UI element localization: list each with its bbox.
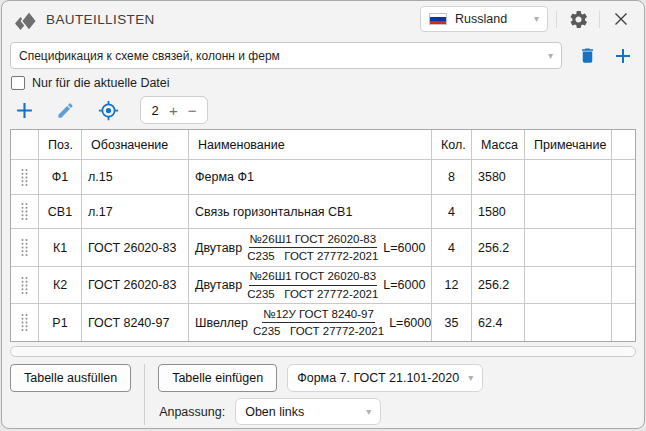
cell-designation[interactable]: л.17 (82, 195, 189, 229)
cell-qty[interactable]: 4 (432, 229, 472, 267)
cell-extra[interactable] (612, 267, 635, 304)
column-header-extra (612, 130, 635, 160)
name-suffix: L=6000 (383, 241, 425, 255)
alignment-label: Anpassung: (159, 405, 225, 419)
name-prefix: Швеллер (195, 316, 248, 330)
row-drag-handle[interactable] (11, 195, 39, 229)
fraction-denominator: С235 ГОСТ 27772-2021 (253, 323, 384, 338)
plus-icon (15, 101, 34, 120)
cell-mass[interactable]: 256.2 (472, 229, 525, 267)
language-label: Russland (455, 12, 526, 26)
alignment-value: Oben links (245, 405, 366, 419)
cell-designation[interactable]: ГОСТ 26020-83 (82, 229, 189, 267)
form-template-select[interactable]: Форма 7. ГОСТ 21.101-2020 ▾ (287, 364, 483, 392)
column-header-qty: Кол. (432, 130, 472, 160)
bauteillisten-window: BAUTEILLISTEN Russland ▾ Спецификация к … (1, 0, 645, 429)
stepper-increase-button[interactable]: + (169, 102, 178, 119)
cell-name[interactable]: Швеллер №12У ГОСТ 8240-97 С235 ГОСТ 2777… (189, 304, 432, 341)
cell-extra[interactable] (612, 160, 635, 195)
row-drag-handle[interactable] (11, 160, 39, 195)
cell-pos[interactable]: К1 (39, 229, 82, 267)
add-specification-button[interactable] (612, 43, 634, 69)
column-header-name: Наименование (189, 130, 432, 160)
fraction-numerator: №26Ш1 ГОСТ 26020-83 (249, 232, 378, 248)
table-toolbar: 2 + − (14, 95, 634, 125)
cell-note[interactable] (525, 229, 612, 267)
cell-extra[interactable] (612, 229, 635, 267)
alignment-select[interactable]: Oben links ▾ (235, 398, 381, 425)
cell-note[interactable] (525, 267, 612, 304)
insert-table-button[interactable]: Tabelle einfügen (158, 364, 277, 392)
fraction-numerator: №26Ш1 ГОСТ 26020-83 (249, 269, 378, 285)
steel-grade-fraction: №26Ш1 ГОСТ 26020-83 С235 ГОСТ 27772-2021 (247, 232, 378, 264)
cell-name[interactable]: Связь горизонтальная СВ1 (189, 195, 432, 229)
horizontal-scrollbar[interactable] (10, 346, 636, 357)
parts-table: Поз. Обозначение Наименование Кол. Масса… (10, 129, 636, 342)
cell-name[interactable]: Ферма Ф1 (189, 160, 432, 195)
cell-extra[interactable] (612, 304, 635, 341)
app-title: BAUTEILLISTEN (46, 12, 420, 27)
pick-point-button[interactable] (96, 97, 120, 123)
fraction-denominator: С235 ГОСТ 27772-2021 (247, 286, 378, 301)
only-current-file-checkbox[interactable] (11, 76, 25, 90)
pencil-icon (56, 101, 75, 120)
fraction-numerator: №12У ГОСТ 8240-97 (262, 307, 375, 323)
form-template-value: Форма 7. ГОСТ 21.101-2020 (297, 371, 468, 385)
divider (599, 11, 600, 28)
cell-qty[interactable]: 35 (432, 304, 472, 341)
stepper-value: 2 (151, 103, 159, 118)
cell-designation[interactable]: ГОСТ 8240-97 (82, 304, 189, 341)
cell-qty[interactable]: 4 (432, 195, 472, 229)
cell-designation[interactable]: ГОСТ 26020-83 (82, 267, 189, 304)
cell-note[interactable] (525, 195, 612, 229)
cell-extra[interactable] (612, 195, 635, 229)
add-row-button[interactable] (14, 97, 34, 123)
name-prefix: Двутавр (195, 278, 242, 292)
stepper-decrease-button[interactable]: − (188, 102, 197, 119)
fill-table-button[interactable]: Tabelle ausfüllen (10, 364, 131, 392)
cell-name[interactable]: Двутавр №26Ш1 ГОСТ 26020-83 С235 ГОСТ 27… (189, 229, 432, 267)
cell-mass[interactable]: 256.2 (472, 267, 525, 304)
cell-pos[interactable]: Р1 (39, 304, 82, 341)
cell-mass[interactable]: 3580 (472, 160, 525, 195)
cell-name[interactable]: Двутавр №26Ш1 ГОСТ 26020-83 С235 ГОСТ 27… (189, 267, 432, 304)
delete-specification-button[interactable] (576, 43, 598, 69)
row-drag-handle[interactable] (11, 267, 39, 304)
cell-mass[interactable]: 1580 (472, 195, 525, 229)
cell-note[interactable] (525, 304, 612, 341)
app-logo-icon (14, 7, 38, 31)
settings-button[interactable] (565, 6, 591, 32)
cell-mass[interactable]: 62.4 (472, 304, 525, 341)
decimal-places-stepper: 2 + − (140, 96, 208, 124)
column-header-pos: Поз. (39, 130, 82, 160)
cell-qty[interactable]: 12 (432, 267, 472, 304)
chevron-down-icon: ▾ (534, 14, 539, 24)
cell-designation[interactable]: л.15 (82, 160, 189, 195)
steel-grade-fraction: №12У ГОСТ 8240-97 С235 ГОСТ 27772-2021 (253, 307, 384, 339)
cell-pos[interactable]: К2 (39, 267, 82, 304)
titlebar: BAUTEILLISTEN Russland ▾ (2, 1, 644, 37)
name-suffix: L=6000 (389, 316, 431, 330)
cell-pos[interactable]: Ф1 (39, 160, 82, 195)
specification-select[interactable]: Спецификация к схеме связей, колонн и фе… (10, 42, 562, 69)
target-icon (98, 100, 119, 121)
footer: Tabelle ausfüllen Tabelle einfügen Форма… (10, 364, 636, 425)
specification-row: Спецификация к схеме связей, колонн и фе… (10, 42, 634, 69)
edit-button[interactable] (54, 97, 76, 123)
chevron-down-icon: ▾ (548, 51, 553, 61)
trash-icon (578, 46, 597, 65)
language-select[interactable]: Russland ▾ (420, 6, 548, 32)
close-button[interactable] (608, 6, 634, 32)
cell-pos[interactable]: СВ1 (39, 195, 82, 229)
cell-note[interactable] (525, 160, 612, 195)
close-icon (614, 12, 628, 26)
gear-icon (568, 9, 589, 30)
cell-qty[interactable]: 8 (432, 160, 472, 195)
fraction-denominator: С235 ГОСТ 27772-2021 (247, 248, 378, 263)
chevron-down-icon: ▾ (366, 407, 371, 417)
row-drag-handle[interactable] (11, 304, 39, 341)
row-drag-handle[interactable] (11, 229, 39, 267)
name-suffix: L=6000 (383, 278, 425, 292)
column-header-mass: Масса (472, 130, 525, 160)
name-prefix: Двутавр (195, 241, 242, 255)
